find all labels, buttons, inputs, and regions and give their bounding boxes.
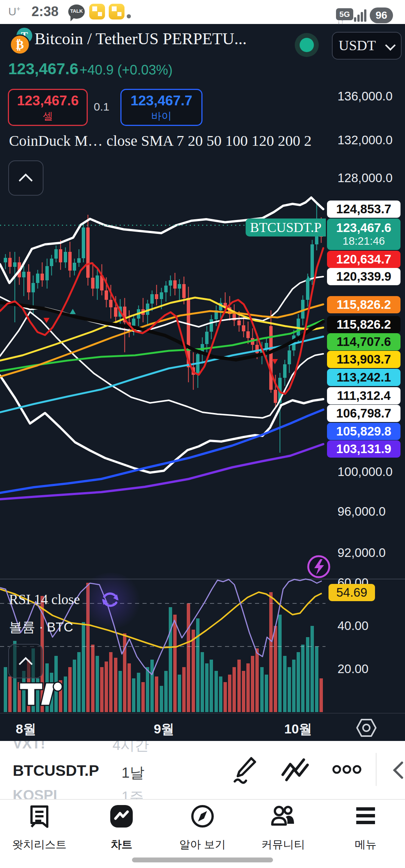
nav-label: 커뮤니티 [246,837,321,852]
clock: 2:38 [32,4,58,19]
price-axis-label: 128,000.0 [338,171,393,185]
indicator-price-label: 113,242.1 [327,369,400,386]
currency-value: USDT [339,37,376,54]
carrier-label: U+ [8,5,20,18]
indicator-price-label: 123,467.618:21:46 [327,218,400,250]
price-axis-label: 136,000.0 [338,89,393,103]
app-screen: U+ 2:38 TALK 5G ↓↑ 96 T ₿ Bitcoin / Teth… [0,0,405,868]
nav-menu[interactable]: 메뉴 [328,800,403,860]
kakao-notification-icon [89,4,105,19]
market-status-icon [295,33,319,57]
kakao-notification-icon [109,4,124,19]
last-price: 123,467.6 [8,60,78,78]
toolbar-divider [376,753,376,786]
sell-label: 셀 [9,109,87,123]
buy-label: 바이 [122,109,201,123]
rsi-pane-label[interactable]: RSI 14 close [9,591,80,608]
tradingview-logo-icon[interactable] [17,679,66,709]
chevron-up-icon [18,173,33,187]
network-activity-arrows-icon: ↓↑ [337,18,344,25]
symbol-title[interactable]: Bitcoin / TetherUS PERPETU... [34,29,247,48]
chart-icon [110,804,134,828]
rsi-axis-label: 40.00 [338,619,369,633]
watch-row-symbol[interactable]: VXT! [13,741,45,752]
watch-row-interval[interactable]: 4시간 [112,741,149,755]
indicator-price-label: 115,826.2 [327,316,400,333]
price-axis-label: 132,000.0 [338,133,393,147]
nav-label: 알아 보기 [165,837,240,852]
watch-row-interval-active[interactable]: 1날 [122,763,144,783]
nav-community[interactable]: 커뮤니티 [246,800,321,860]
battery-indicator: 96 [370,7,393,23]
home-indicator[interactable] [132,858,273,862]
indicator-price-label: 115,826.2 [327,296,400,313]
indicator-legend[interactable]: CoinDuck M… close SMA 7 20 50 100 120 20… [9,132,326,150]
indicator-lines-icon[interactable] [280,757,310,782]
nav-label: 차트 [84,837,159,852]
draw-pencil-icon[interactable] [230,755,258,785]
menu-icon [355,806,376,826]
watchlist-sheet[interactable]: VXT! 4시간 BTCUSDT.P 1날 KOSPI 1주 [0,741,405,799]
price-axis-label: 92,000.0 [338,546,386,560]
replay-sync-icon[interactable] [100,589,121,610]
nav-chart[interactable]: 차트 [84,800,159,860]
sell-button[interactable]: 123,467.6 셀 [8,89,88,126]
month-tick-oct: 10월 [284,720,312,738]
collapse-legend-button[interactable] [8,160,44,196]
rsi-axis-label: 20.00 [338,662,369,676]
watch-row-symbol-active[interactable]: BTCUSDT.P [13,762,99,780]
price-axis-label: 96,000.0 [338,504,386,519]
nav-label: 왓치리스트 [2,837,77,852]
symbol-price-tag: BTCUSDT.P [246,218,326,236]
sell-price: 123,467.6 [9,93,87,109]
indicator-price-label: 113,903.7 [327,351,400,368]
spread-value: 0.1 [94,100,110,113]
month-tick-aug: 8월 [16,720,36,738]
buy-button[interactable]: 123,467.7 바이 [120,89,202,126]
notification-dot-icon [127,14,131,18]
nav-explore[interactable]: 알아 보기 [165,800,240,860]
price-axis-label: 100,000.0 [338,465,393,479]
status-bar: U+ 2:38 TALK 5G ↓↑ 96 [0,0,405,24]
buy-price: 123,467.7 [122,93,201,109]
bitcoin-coin-icon: ₿ [10,34,30,55]
volume-pane-label[interactable]: 볼륨 · BTC [9,618,73,636]
kakaotalk-icon: TALK [68,4,85,19]
flash-boost-button[interactable] [306,554,332,579]
indicator-price-label: 114,707.6 [327,333,400,350]
indicator-price-label: 106,798.7 [327,405,400,422]
chevron-down-icon [385,40,396,51]
indicator-price-label: 105,829.8 [327,423,400,440]
more-options-icon[interactable] [332,764,362,775]
watchlist-icon [28,805,50,828]
watch-row-symbol[interactable]: KOSPI [13,787,57,799]
explore-icon [190,804,214,828]
nav-label: 메뉴 [328,837,403,852]
currency-dropdown[interactable]: USDT [332,32,402,60]
indicator-price-label: 120,339.9 [327,268,400,285]
chevron-left-icon[interactable] [392,760,405,780]
chevron-up-icon [18,657,33,671]
community-icon [270,805,296,828]
month-tick-sep: 9월 [154,720,174,738]
indicator-price-label: 103,131.9 [327,440,400,458]
chart-settings-hexagon-icon[interactable] [356,718,377,738]
indicator-price-label: 111,312.4 [327,387,400,404]
rsi-value-label: 54.69 [328,584,375,601]
nav-watchlist[interactable]: 왓치리스트 [2,800,77,860]
indicator-price-label: 124,853.7 [327,201,400,218]
watch-row-interval[interactable]: 1주 [122,787,144,799]
collapse-pane-button[interactable] [8,644,43,678]
price-change: +40.9 (+0.03%) [80,62,172,78]
indicator-price-label: 120,634.7 [327,251,400,268]
